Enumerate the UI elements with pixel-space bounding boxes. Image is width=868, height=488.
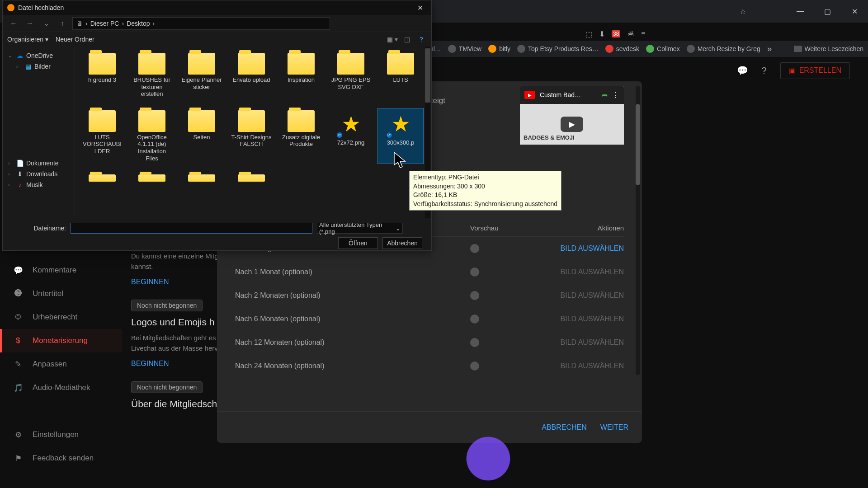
file-item[interactable]	[129, 173, 175, 183]
file-item[interactable]: T-Shirt Designs FALSCH	[229, 108, 274, 164]
filename-input[interactable]	[71, 223, 312, 234]
folder-icon	[188, 110, 215, 132]
sidebar-item-feedback[interactable]: ⚑Feedback senden	[0, 446, 122, 470]
address-bar[interactable]: 🖥 › Dieser PC › Desktop ›	[72, 17, 330, 30]
file-item[interactable]: JPG PNG EPS SVG DXF	[328, 51, 373, 99]
extension-icon[interactable]: ⬚	[585, 30, 592, 38]
file-item[interactable]: Eigene Planner sticker	[179, 51, 224, 99]
file-item[interactable]: LUTS	[378, 51, 423, 99]
chat-icon[interactable]: 💬	[737, 65, 748, 76]
print-icon[interactable]: 🖶	[627, 30, 634, 38]
bookmark-item[interactable]: bitly	[488, 45, 510, 53]
window-minimize-button[interactable]: —	[791, 5, 809, 18]
folder-icon	[794, 46, 802, 52]
organize-menu[interactable]: Organisieren ▾	[7, 36, 48, 43]
new-folder-button[interactable]: Neuer Ordner	[56, 36, 94, 43]
sidebar-item-monetization[interactable]: $Monetarisierung	[0, 329, 122, 352]
select-image-link[interactable]: BILD AUSWÄHLEN	[561, 244, 624, 252]
tree-item-bilder[interactable]: ›▤Bilder	[5, 61, 73, 72]
help-button[interactable]: ?	[416, 35, 427, 44]
sidebar-item-copyright[interactable]: ©Urheberrecht	[0, 305, 122, 329]
scroll-thumb[interactable]	[636, 104, 640, 185]
col-header-preview: Vorschau	[470, 224, 533, 232]
file-name: LUTS VORSCHAUBILDER	[81, 134, 123, 155]
view-mode-button[interactable]: ▦ ▾	[387, 35, 398, 44]
bookmark-item[interactable]: sevdesk	[605, 45, 639, 53]
scroll-thumb[interactable]	[425, 48, 430, 103]
help-icon[interactable]: ?	[762, 66, 767, 76]
sidebar-item-subtitles[interactable]: 🅒Untertitel	[0, 282, 122, 305]
dialog-titlebar[interactable]: Datei hochladen ✕	[3, 0, 431, 15]
video-menu-icon[interactable]: ⋮	[612, 91, 619, 99]
path-segment[interactable]: Dieser PC	[90, 20, 119, 27]
file-item[interactable]: BRUSHES für texturen erstellen	[129, 51, 175, 99]
share-icon[interactable]: ➦	[602, 91, 608, 99]
file-item[interactable]: Envato upload	[229, 51, 274, 99]
nav-forward-button[interactable]: →	[24, 17, 36, 30]
file-type-select[interactable]: Alle unterstützten Typen (*.png⌄	[317, 223, 403, 234]
select-image-link[interactable]: BILD AUSWÄHLEN	[561, 291, 624, 299]
nav-recent-button[interactable]: ⌄	[40, 17, 52, 30]
tree-item-onedrive[interactable]: ⌄☁OneDrive	[5, 50, 73, 61]
file-item[interactable]: OpenOffice 4.1.11 (de) Installation File…	[129, 108, 175, 164]
bookmark-item[interactable]: Merch Resize by Greg	[687, 45, 760, 53]
file-list[interactable]: h ground 3BRUSHES für texturen erstellen…	[75, 47, 431, 218]
video-embed[interactable]: ▶ Custom Bad… ➦ ⋮ ▶ BADGES & EMOJI	[520, 86, 624, 145]
modal-scrollbar[interactable]	[636, 86, 640, 375]
file-name: h ground 3	[88, 76, 116, 84]
file-item[interactable]: h ground 3	[80, 51, 125, 99]
nav-back-button[interactable]: ←	[7, 17, 20, 30]
select-image-link[interactable]: BILD AUSWÄHLEN	[561, 338, 624, 346]
folder-icon	[238, 53, 265, 75]
download-icon[interactable]: ⬇	[599, 30, 605, 38]
play-button[interactable]: ▶	[561, 117, 583, 132]
duration-cell: Nach 12 Monaten (optional)	[235, 338, 470, 347]
window-maximize-button[interactable]: ▢	[818, 5, 836, 18]
cancel-button[interactable]: Abbrechen	[382, 237, 422, 249]
file-item[interactable]: ★⟳72x72.png	[328, 108, 373, 164]
extension-icon[interactable]: 38	[612, 30, 620, 38]
nav-up-button[interactable]: ↑	[56, 17, 69, 30]
table-row: Nach 6 Monaten (optional) BILD AUSWÄHLEN	[235, 307, 624, 331]
modal-next-button[interactable]: WEITER	[600, 423, 628, 432]
path-segment[interactable]: Desktop	[127, 20, 150, 27]
duration-cell: Nach 6 Monaten (optional)	[235, 315, 470, 323]
bookmark-item[interactable]: TMView	[448, 45, 481, 53]
dialog-close-button[interactable]: ✕	[413, 3, 427, 12]
file-item[interactable]: Inspiration	[278, 51, 324, 99]
bookmark-star-icon[interactable]: ☆	[740, 7, 746, 16]
video-body[interactable]: ▶ BADGES & EMOJI	[520, 104, 624, 145]
file-item[interactable]: LUTS VORSCHAUBILDER	[80, 108, 125, 164]
audio-icon: 🎵	[13, 382, 24, 393]
bookmarks-folder[interactable]: Weitere Lesezeichen	[794, 45, 863, 52]
file-item[interactable]: Zusatz digitale Produkte	[278, 108, 324, 164]
window-close-button[interactable]: ✕	[845, 5, 863, 18]
tree-item-dokumente[interactable]: ›📄Dokumente	[5, 158, 73, 169]
bookmark-item[interactable]: Top Etsy Products Res…	[517, 45, 599, 53]
tree-item-musik[interactable]: ›♪Musik	[5, 179, 73, 190]
sidebar-item-customize[interactable]: ✎Anpassen	[0, 352, 122, 376]
open-button[interactable]: Öffnen	[338, 237, 378, 249]
file-item[interactable]	[229, 173, 274, 183]
sidebar-item-comments[interactable]: 💬Kommentare	[0, 258, 122, 282]
select-image-link[interactable]: BILD AUSWÄHLEN	[561, 315, 624, 323]
dialog-title: Datei hochladen	[18, 4, 64, 11]
pc-icon: 🖥	[76, 20, 83, 27]
tree-item-downloads[interactable]: ›⬇Downloads	[5, 169, 73, 179]
create-button[interactable]: ▣ ERSTELLEN	[780, 62, 850, 79]
bookmarks-overflow-icon[interactable]: »	[767, 44, 772, 54]
file-item[interactable]	[179, 173, 224, 183]
navigation-tree: ⌄☁OneDrive ›▤Bilder ›📄Dokumente ›⬇Downlo…	[3, 47, 75, 218]
menu-icon[interactable]: ≡	[641, 30, 645, 38]
sidebar-item-audio[interactable]: 🎵Audio-Mediathek	[0, 376, 122, 399]
sidebar-item-settings[interactable]: ⚙Einstellungen	[0, 423, 122, 446]
modal-cancel-button[interactable]: ABBRECHEN	[542, 423, 587, 432]
file-item[interactable]	[80, 173, 125, 183]
select-image-link[interactable]: BILD AUSWÄHLEN	[561, 268, 624, 276]
select-image-link[interactable]: BILD AUSWÄHLEN	[561, 362, 624, 370]
preview-pane-button[interactable]: ◫	[401, 35, 412, 44]
file-item[interactable]: ★⟳300x300.p	[378, 108, 423, 164]
browser-toolbar-right: ⬚ ⬇ 38 🖶 ≡	[579, 25, 868, 43]
bookmark-item[interactable]: Collmex	[646, 45, 680, 53]
file-item[interactable]: Seiten	[179, 108, 224, 164]
